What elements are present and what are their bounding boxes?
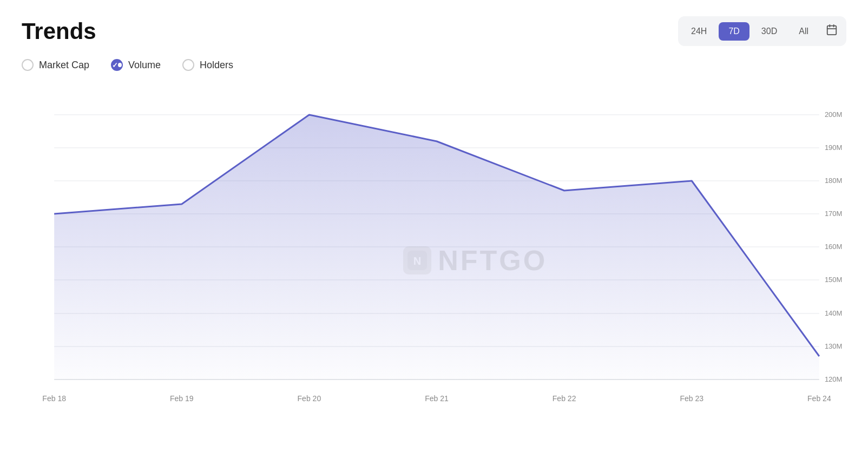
filter-controls: Market Cap ✓ Volume Holders <box>22 59 846 71</box>
market-cap-label: Market Cap <box>39 60 89 71</box>
checkmark-icon: ✓ <box>112 61 118 69</box>
x-label-feb23: Feb 23 <box>680 394 703 403</box>
time-controls: 24H 7D 30D All <box>678 16 846 46</box>
holders-radio <box>182 59 194 71</box>
page-title: Trends <box>22 18 96 44</box>
calendar-button[interactable] <box>820 19 843 43</box>
time-btn-all[interactable]: All <box>789 22 818 41</box>
time-btn-7d[interactable]: 7D <box>719 22 749 41</box>
y-label-170m: 170M <box>825 210 843 218</box>
x-label-feb20: Feb 20 <box>298 394 321 403</box>
y-label-160m: 160M <box>825 243 843 251</box>
calendar-icon <box>826 24 838 36</box>
x-label-feb24: Feb 24 <box>807 394 831 403</box>
svg-rect-0 <box>827 26 837 35</box>
y-label-200m: 200M <box>825 110 843 119</box>
page-header: Trends 24H 7D 30D All <box>22 16 846 46</box>
time-btn-24h[interactable]: 24H <box>681 22 716 41</box>
holders-label: Holders <box>200 60 233 71</box>
y-label-190m: 190M <box>825 143 843 152</box>
x-label-feb18: Feb 18 <box>42 394 66 403</box>
volume-label: Volume <box>128 60 161 71</box>
x-label-feb21: Feb 21 <box>425 394 449 403</box>
filter-volume[interactable]: ✓ Volume <box>111 59 161 71</box>
y-label-120m: 120M <box>825 375 843 383</box>
filter-market-cap[interactable]: Market Cap <box>22 59 89 71</box>
market-cap-radio <box>22 59 34 71</box>
y-label-140m: 140M <box>825 309 843 317</box>
y-label-180m: 180M <box>825 176 843 185</box>
chart-area-fill <box>54 115 819 380</box>
time-btn-30d[interactable]: 30D <box>752 22 787 41</box>
volume-radio: ✓ <box>111 59 123 71</box>
chart-container: N NFTGO 200M 190M <box>22 87 846 434</box>
x-label-feb22: Feb 22 <box>553 394 576 403</box>
x-label-feb19: Feb 19 <box>170 394 194 403</box>
y-label-130m: 130M <box>825 342 843 350</box>
y-label-150m: 150M <box>825 276 843 284</box>
filter-holders[interactable]: Holders <box>182 59 233 71</box>
trend-chart: 200M 190M 180M 170M 160M 150M 140M 130M … <box>22 87 846 434</box>
